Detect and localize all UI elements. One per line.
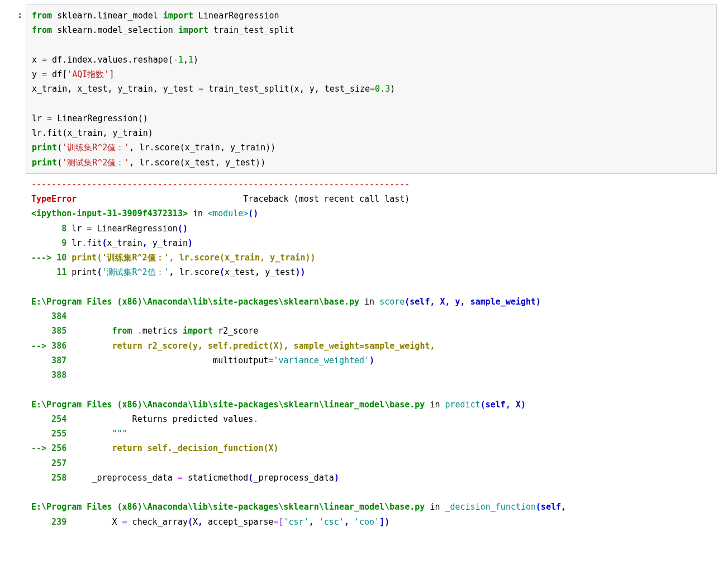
comma: , — [260, 253, 265, 263]
txt: LinearRegression — [92, 224, 178, 234]
comma: , — [430, 341, 435, 351]
txt: lr — [174, 267, 189, 277]
op: = — [42, 69, 47, 79]
arrow: --> 386 — [31, 341, 72, 351]
lineno: 388 — [31, 370, 66, 380]
paren: () — [178, 224, 188, 234]
self: self — [142, 443, 168, 453]
txt: _preprocess_data — [66, 473, 178, 483]
fn: staticmethod — [183, 473, 248, 483]
args: (self, X, y, sample_weight) — [405, 297, 541, 307]
paren: ( — [188, 517, 193, 527]
x: X — [268, 443, 273, 453]
call: LinearRegression() — [52, 113, 148, 124]
exception-type: TypeError — [31, 194, 77, 204]
str: '训练集R^2值：' — [62, 143, 129, 153]
paren: ]) — [379, 517, 389, 527]
print: print — [72, 253, 97, 263]
lineno: 8 — [31, 224, 72, 234]
args: (self, X) — [480, 400, 526, 410]
arrow: --> 256 — [31, 443, 66, 453]
x: X — [274, 341, 279, 351]
arg: sample_weight — [364, 341, 430, 351]
var: y — [32, 69, 42, 79]
eq: = — [359, 341, 364, 351]
sp — [349, 517, 354, 527]
self: self — [203, 341, 228, 351]
expr: df[ — [47, 69, 67, 79]
in: in — [359, 297, 379, 307]
builtin-print: print — [32, 158, 57, 168]
comma: , — [344, 517, 349, 527]
kw: from — [112, 326, 137, 336]
tb-file: <ipython-input-31-3909f4372313> — [31, 208, 188, 219]
kw-from: from — [32, 25, 52, 35]
builtin-print: print — [32, 143, 57, 153]
paren: )) — [295, 267, 305, 277]
tb-header: Traceback (most recent call last) — [77, 194, 410, 204]
lineno: 255 — [31, 429, 66, 439]
paren: ( — [57, 143, 62, 153]
paren: ) — [193, 55, 198, 65]
method: score — [194, 267, 220, 277]
tb-file: E:\Program Files (x86)\Anaconda\lib\site… — [31, 400, 425, 410]
str: 'csr' — [284, 517, 309, 527]
sp — [72, 341, 112, 351]
eqb: =[ — [274, 517, 284, 527]
lineno: 258 — [31, 473, 66, 483]
num: 0.3 — [375, 84, 390, 94]
dot: . — [189, 253, 194, 263]
comma: , — [255, 267, 260, 277]
traceback-output: ----------------------------------------… — [26, 174, 717, 529]
tb-file: E:\Program Files (x86)\Anaconda\lib\site… — [31, 297, 359, 307]
tb-module: <module> — [208, 208, 248, 219]
num: 1 — [178, 55, 183, 65]
txt: lr — [72, 224, 87, 234]
sp — [72, 326, 112, 336]
fn: _decision_function — [445, 502, 536, 512]
ret: return — [112, 341, 142, 351]
docstr: """ — [66, 429, 127, 439]
kw: import — [183, 326, 213, 336]
str: '测试集R^2值：' — [62, 158, 129, 168]
lineno: 385 — [31, 326, 72, 336]
txt: lr — [72, 238, 82, 248]
rest: , lr.score(x_train, y_train)) — [129, 143, 275, 153]
code-input-area[interactable]: from sklearn.linear_model import LinearR… — [26, 4, 717, 174]
str: '训练集R^2值：' — [102, 253, 169, 263]
arg: x_train — [225, 253, 260, 263]
rest: , lr.score(x_test, y_test)) — [129, 158, 265, 168]
var: x — [32, 55, 42, 65]
arg: y_train — [265, 253, 305, 263]
dot: . — [168, 443, 173, 453]
dot: . — [228, 341, 233, 351]
str: 'coo' — [354, 517, 379, 527]
sp — [66, 443, 112, 453]
dot: . — [82, 238, 87, 248]
tb-file: E:\Program Files (x86)\Anaconda\lib\site… — [31, 502, 425, 512]
fn: score — [379, 297, 405, 307]
dashes: ----------------------------------------… — [31, 179, 410, 189]
op: - — [173, 55, 178, 65]
var: lr — [32, 113, 47, 124]
args: (self, — [536, 502, 566, 512]
comma: , — [198, 517, 203, 527]
eq: = — [122, 517, 127, 527]
method: _decision_function — [173, 443, 264, 453]
eq: = — [178, 473, 183, 483]
paren: ) — [369, 355, 374, 365]
print: print — [72, 267, 97, 277]
paren: ), — [279, 341, 289, 351]
method: fit — [87, 238, 102, 248]
method: predict — [233, 341, 268, 351]
lineno: 384 — [31, 311, 66, 321]
ret: return — [112, 443, 142, 453]
num: 1 — [188, 55, 193, 65]
kw-import: import — [178, 25, 208, 35]
paren: ( — [220, 253, 225, 263]
op: = — [198, 84, 203, 94]
kw-import: import — [163, 11, 193, 21]
bracket: ] — [109, 69, 114, 79]
kw-from: from — [32, 11, 52, 21]
paren: ( — [220, 267, 225, 277]
